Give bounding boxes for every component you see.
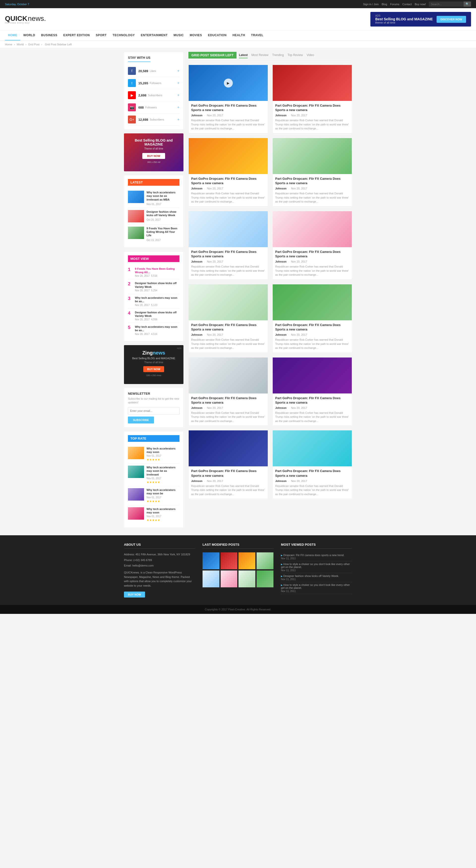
article-card-6: Part GoPro Dropcam: Flir FX Camera Does … xyxy=(273,211,352,280)
nav-link-health[interactable]: HEALTH xyxy=(229,31,248,40)
latest-title-2[interactable]: Designer fashion show kicks off Variety … xyxy=(147,210,180,217)
breadcrumb-grid[interactable]: Grid Post xyxy=(28,43,39,46)
newsletter-subscribe-button[interactable]: SUBSCRIBE xyxy=(128,416,154,424)
article-title-12[interactable]: Part GoPro Dropcam: Flir FX Camera Does … xyxy=(275,469,349,478)
latest-date-2: Oct 20, 2017 xyxy=(147,218,161,221)
article-author-9: Johnson xyxy=(191,406,202,409)
nav-link-education[interactable]: EDUCATION xyxy=(205,31,229,40)
nav-link-travel[interactable]: TRAVEL xyxy=(248,31,266,40)
google-plus-icon[interactable]: + xyxy=(177,117,180,122)
youtube-plus-icon[interactable]: + xyxy=(177,93,180,97)
discover-button[interactable]: DISCOVER NOW xyxy=(437,16,466,23)
nav-link-movies[interactable]: MOVIES xyxy=(187,31,205,40)
mv-title-2[interactable]: Designer fashion show kicks off Variety … xyxy=(135,281,180,288)
latest-thumb-2 xyxy=(128,210,144,222)
breadcrumb-sep3: › xyxy=(41,43,43,46)
header-ad-text: ADS Best Selling BLOG and MAGAZINE theme… xyxy=(375,14,433,24)
newsletter-email-input[interactable] xyxy=(128,407,180,414)
header-ad-banner: ADS Best Selling BLOG and MAGAZINE theme… xyxy=(370,12,471,27)
sidebar-ad-title: Best Selling BLOG and MAGAZINE xyxy=(129,138,179,146)
mv-title-1[interactable]: 9 Foods You Have Been Eating Wrong All..… xyxy=(135,267,180,274)
signin-link[interactable]: Sign in / Join xyxy=(363,3,379,6)
footer-viewed-link-2[interactable]: How to style a choker so you don't look … xyxy=(281,563,350,568)
grid-tab-video[interactable]: Video xyxy=(307,52,314,58)
sidebar-ad-size: 300 x 250 Ad xyxy=(129,161,179,163)
article-date-6: Nov 20, 2017 xyxy=(291,260,307,263)
article-excerpt-2: Republican senator Rob Corker has warned… xyxy=(275,118,349,131)
grid-tab-most-review[interactable]: Most Review xyxy=(251,52,268,58)
footer: ABOUT US Address: 451 Fifth Avenue, 36th… xyxy=(0,535,476,614)
twitter-label: Followers xyxy=(150,82,161,85)
article-title-10[interactable]: Part GoPro Dropcam: Flir FX Camera Does … xyxy=(275,396,349,405)
most-view-widget: MOST VIEW 1 9 Foods You Have Been Eating… xyxy=(124,251,184,341)
facebook-label: Likes xyxy=(150,69,156,72)
top-rate-title-2[interactable]: Why tech accelerators may soon be as irr… xyxy=(147,466,180,476)
top-rate-title-4[interactable]: Why tech accelerators may soon xyxy=(147,507,180,515)
article-title-8[interactable]: Part GoPro Dropcam: Flir FX Camera Does … xyxy=(275,323,349,332)
footer-viewed-link-1[interactable]: Dropcam: Flir FX camera does sports a ne… xyxy=(283,554,344,557)
top-rate-title-1[interactable]: Why tech accelerators may soon xyxy=(147,447,180,454)
article-title-3[interactable]: Part GoPro Dropcam: Flir FX Camera Does … xyxy=(191,177,265,185)
nav-link-home[interactable]: HOME xyxy=(5,31,20,40)
search-button[interactable]: 🔍 xyxy=(464,1,471,7)
sidebar-ad-buy-button[interactable]: BUY NOW xyxy=(142,153,165,159)
instagram-plus-icon[interactable]: + xyxy=(177,105,180,110)
article-title-11[interactable]: Part GoPro Dropcam: Flir FX Camera Does … xyxy=(191,469,265,478)
nav-link-sport[interactable]: SPORT xyxy=(93,31,109,40)
top-rate-item-2: Why tech accelerators may soon be as irr… xyxy=(128,464,180,486)
top-bar: Saturday, October 7 Sign in / Join Blog … xyxy=(0,0,476,8)
article-card-7: Part GoPro Dropcam: Flir FX Camera Does … xyxy=(188,284,268,353)
footer-viewed-link-4[interactable]: How to style a choker so you don't look … xyxy=(281,583,350,589)
article-title-4[interactable]: Part GoPro Dropcam: Flir FX Camera Does … xyxy=(275,177,349,185)
article-title-2[interactable]: Part GoPro Dropcam: Flir FX Camera Does … xyxy=(275,103,349,112)
mv-title-5[interactable]: Why tech accelerators may soon be as... xyxy=(135,325,180,332)
sidebar-ad-subtitle: Theme of all time xyxy=(129,147,179,150)
forums-link[interactable]: Forums xyxy=(390,3,400,6)
mv-title-4[interactable]: Designer fashion show kicks off Variety … xyxy=(135,311,180,318)
article-card-1: ▶ Part GoPro Dropcam: Flir FX Camera Doe… xyxy=(188,65,268,133)
contact-link[interactable]: Contact xyxy=(402,3,412,6)
twitter-plus-icon[interactable]: + xyxy=(177,81,180,85)
mv-meta-4: Nov 20, 2017 4,556 xyxy=(135,318,180,321)
youtube-label: Subscribers xyxy=(148,94,162,97)
top-rate-title-3[interactable]: Why tech accelerators may soon be xyxy=(147,488,180,495)
article-title-1[interactable]: Part GoPro Dropcam: Flir FX Camera Does … xyxy=(191,103,265,112)
buynow-link[interactable]: Buy now! xyxy=(415,3,426,6)
footer-phone-value: (+02) 345 6789 xyxy=(133,559,152,562)
breadcrumb-home[interactable]: Home xyxy=(5,43,12,46)
nav-link-business[interactable]: BUSINESS xyxy=(38,31,60,40)
article-title-5[interactable]: Part GoPro Dropcam: Flir FX Camera Does … xyxy=(191,250,265,258)
top-rate-content-2: Why tech accelerators may soon be as irr… xyxy=(147,466,180,484)
latest-section-header: LATEST xyxy=(128,179,180,186)
sidebar-ad2-buy-button[interactable]: BUY NOW xyxy=(143,366,164,372)
top-rate-section-header: TOP RATE xyxy=(128,435,180,442)
mv-date-1: Nov 20, 2017 xyxy=(135,275,150,277)
footer-copyright: Copyrights © 2017 Pixel-Creative. All Ri… xyxy=(205,608,271,611)
article-author-3: Johnson xyxy=(191,187,202,190)
grid-tab-latest[interactable]: Latest xyxy=(239,52,248,58)
footer-buy-button[interactable]: BUY NOW xyxy=(124,592,145,597)
nav-link-expert[interactable]: EXPERT EDITION xyxy=(60,31,93,40)
latest-title-3[interactable]: 9 Foods You Have Been Eating Wrong All Y… xyxy=(147,227,180,237)
latest-title-1[interactable]: Why tech accelerators may soon be as irr… xyxy=(147,191,180,201)
article-title-6[interactable]: Part GoPro Dropcam: Flir FX Camera Does … xyxy=(275,250,349,258)
nav-link-world[interactable]: WORLD xyxy=(20,31,38,40)
breadcrumb-world[interactable]: World xyxy=(17,43,24,46)
search-input[interactable] xyxy=(429,2,464,7)
footer-thumb-1 xyxy=(202,552,219,569)
article-title-7[interactable]: Part GoPro Dropcam: Flir FX Camera Does … xyxy=(191,323,265,332)
nav-link-music[interactable]: MUSIC xyxy=(170,31,187,40)
instagram-count: 688 xyxy=(138,105,144,109)
facebook-plus-icon[interactable]: + xyxy=(177,69,180,73)
blog-link[interactable]: Blog xyxy=(382,3,387,6)
nav-item-education: EDUCATION xyxy=(205,31,229,40)
article-title-9[interactable]: Part GoPro Dropcam: Flir FX Camera Does … xyxy=(191,396,265,405)
most-view-section-header: MOST VIEW xyxy=(128,255,180,262)
grid-tab-trending[interactable]: Trending xyxy=(272,52,284,58)
nav-link-entertainment[interactable]: ENTERTAINMENT xyxy=(138,31,170,40)
play-button-1[interactable]: ▶ xyxy=(224,79,233,88)
nav-link-technology[interactable]: TECHNOLOGY xyxy=(109,31,138,40)
mv-title-3[interactable]: Why tech accelerators may soon be as... xyxy=(135,296,180,303)
footer-viewed-link-3[interactable]: Designer fashion show kicks off Variety … xyxy=(283,575,339,578)
grid-tab-top-review[interactable]: Top Review xyxy=(288,52,303,58)
